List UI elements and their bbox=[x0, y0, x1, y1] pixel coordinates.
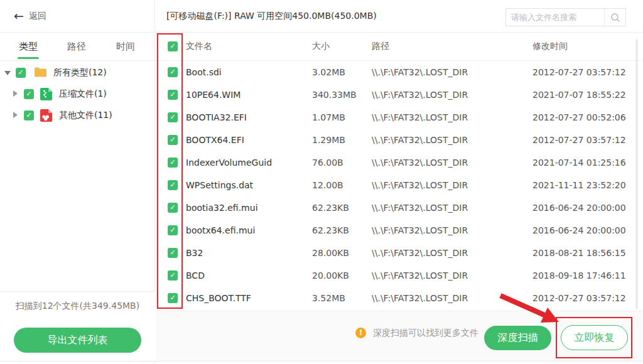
row-checkbox[interactable]: ✓ bbox=[168, 293, 178, 303]
file-name: BOOTX64.EFI bbox=[186, 135, 312, 145]
file-path: \\.\F:\FAT32\.LOST_DIR bbox=[372, 180, 532, 190]
bottom-divider bbox=[0, 361, 643, 361]
back-label: 返回 bbox=[29, 11, 46, 22]
row-checkbox[interactable]: ✓ bbox=[168, 90, 178, 100]
file-path: \\.\F:\FAT32\.LOST_DIR bbox=[372, 270, 532, 281]
search-button[interactable] bbox=[604, 9, 625, 26]
table-row[interactable]: ✓ BOOTX64.EFI 1.29MB \\.\F:\FAT32\.LOST_… bbox=[156, 129, 643, 151]
file-size: 3.52MB bbox=[312, 293, 372, 303]
caret-down-icon[interactable] bbox=[4, 71, 11, 75]
tree-item-other-files[interactable]: ✓ 其他文件(11) bbox=[0, 106, 155, 125]
file-modified: 2016-06-24 20:00:00 bbox=[532, 203, 638, 213]
table-row[interactable]: ✓ WPSettings.dat 12.00B \\.\F:\FAT32\.LO… bbox=[156, 174, 643, 196]
tree-item-archive-files[interactable]: ✓ 压缩文件(1) bbox=[0, 85, 155, 104]
table-row[interactable]: ✓ bootia32.efi.mui 62.23KB \\.\F:\FAT32\… bbox=[156, 196, 643, 219]
deep-scan-button[interactable]: 深度扫描 bbox=[484, 326, 551, 350]
row-checkbox[interactable]: ✓ bbox=[168, 248, 178, 258]
caret-right-icon[interactable] bbox=[13, 112, 18, 118]
table-row[interactable]: ✓ BOOTIA32.EFI 1.07MB \\.\F:\FAT32\.LOST… bbox=[156, 106, 643, 129]
tree-item-label: 其他文件(11) bbox=[59, 110, 112, 121]
back-arrow-icon: ← bbox=[14, 10, 24, 22]
row-checkbox[interactable]: ✓ bbox=[168, 158, 178, 168]
table-row[interactable]: ✓ IndexerVolumeGuid 76.00B \\.\F:\FAT32\… bbox=[156, 151, 643, 174]
file-path: \\.\F:\FAT32\.LOST_DIR bbox=[372, 293, 532, 303]
tree-checkbox[interactable]: ✓ bbox=[24, 89, 34, 99]
file-modified: 2012-07-27 03:57:12 bbox=[532, 293, 638, 303]
search-input[interactable] bbox=[506, 9, 604, 26]
data-recovery-app: ← 返回 类型 路径 时间 ✓ 所有类型(12) ✓ 压缩文件(1) bbox=[0, 0, 643, 364]
row-checkbox[interactable]: ✓ bbox=[168, 112, 178, 122]
file-path: \\.\F:\FAT32\.LOST_DIR bbox=[372, 248, 532, 258]
row-checkbox[interactable]: ✓ bbox=[168, 135, 178, 145]
row-checkbox[interactable]: ✓ bbox=[168, 180, 178, 190]
file-modified: 2012-07-27 03:57:12 bbox=[532, 67, 638, 77]
file-name: WPSettings.dat bbox=[186, 180, 312, 190]
search-box bbox=[505, 8, 626, 26]
file-size: 62.23KB bbox=[312, 203, 372, 213]
select-all-checkbox[interactable]: ✓ bbox=[168, 41, 178, 51]
file-name: bootx64.efi.mui bbox=[186, 225, 312, 235]
tree-checkbox[interactable]: ✓ bbox=[24, 110, 34, 120]
caret-right-icon[interactable] bbox=[13, 90, 18, 97]
file-modified: 2021-07-14 01:25:16 bbox=[532, 158, 638, 168]
tab-path[interactable]: 路径 bbox=[66, 33, 87, 60]
recover-now-button[interactable]: 立即恢复 bbox=[561, 325, 628, 350]
table-row[interactable]: ✓ bootx64.efi.mui 62.23KB \\.\F:\FAT32\.… bbox=[156, 219, 643, 242]
file-path: \\.\F:\FAT32\.LOST_DIR bbox=[372, 90, 532, 100]
file-path: \\.\F:\FAT32\.LOST_DIR bbox=[372, 67, 532, 77]
table-row[interactable]: ✓ Boot.sdi 3.02MB \\.\F:\FAT32\.LOST_DIR… bbox=[156, 61, 643, 83]
file-modified: 2012-07-27 00:52:06 bbox=[532, 112, 638, 122]
sidebar: ← 返回 类型 路径 时间 ✓ 所有类型(12) ✓ 压缩文件(1) bbox=[0, 0, 155, 364]
column-header-path[interactable]: 路径 bbox=[372, 41, 532, 52]
drive-title: [可移动磁盘(F:)] RAW 可用空间450.0MB(450.0MB) bbox=[166, 11, 377, 22]
sidebar-tabs: 类型 路径 时间 bbox=[0, 33, 155, 61]
row-checkbox[interactable]: ✓ bbox=[168, 203, 178, 213]
row-checkbox[interactable]: ✓ bbox=[168, 67, 178, 77]
file-name: BCD bbox=[186, 270, 312, 281]
file-name: IndexerVolumeGuid bbox=[186, 158, 312, 168]
file-size: 28.00KB bbox=[312, 248, 372, 258]
tree-item-label: 压缩文件(1) bbox=[59, 88, 107, 100]
file-size: 1.07MB bbox=[312, 112, 372, 122]
tab-type[interactable]: 类型 bbox=[18, 33, 39, 60]
title-bar: [可移动磁盘(F:)] RAW 可用空间450.0MB(450.0MB) bbox=[156, 0, 643, 33]
tree-checkbox[interactable]: ✓ bbox=[16, 68, 26, 78]
file-name: BOOTIA32.EFI bbox=[186, 112, 312, 122]
tree-item-all-types[interactable]: ✓ 所有类型(12) bbox=[0, 63, 155, 82]
file-path: \\.\F:\FAT32\.LOST_DIR bbox=[372, 158, 532, 168]
column-header-size[interactable]: 大小 bbox=[312, 41, 372, 52]
tree-item-label: 所有类型(12) bbox=[53, 67, 107, 78]
table-header: ✓ 文件名 大小 路径 修改时间 bbox=[156, 33, 643, 61]
file-size: 12.00B bbox=[312, 180, 372, 190]
table-row[interactable]: ✓ 10PE64.WIM 340.33MB \\.\F:\FAT32\.LOST… bbox=[156, 83, 643, 106]
file-modified: 2016-06-24 20:00:00 bbox=[532, 225, 638, 235]
file-name: bootia32.efi.mui bbox=[186, 203, 312, 213]
folder-icon bbox=[34, 67, 47, 80]
file-list: ✓ Boot.sdi 3.02MB \\.\F:\FAT32\.LOST_DIR… bbox=[156, 61, 643, 309]
row-checkbox[interactable]: ✓ bbox=[168, 270, 178, 281]
tab-time[interactable]: 时间 bbox=[115, 33, 136, 60]
table-scrollbar[interactable] bbox=[635, 39, 638, 309]
archive-file-icon bbox=[40, 88, 52, 103]
file-path: \\.\F:\FAT32\.LOST_DIR bbox=[372, 112, 532, 122]
row-checkbox[interactable]: ✓ bbox=[168, 225, 178, 235]
warning-icon: ! bbox=[355, 328, 366, 338]
file-modified: 2018-08-21 18:56:15 bbox=[532, 248, 638, 258]
sidebar-footer: 扫描到12个文件(共349.45MB) 导出文件列表 bbox=[0, 291, 155, 361]
back-button[interactable]: ← 返回 bbox=[0, 0, 155, 33]
table-row[interactable]: ✓ BCD 20.00KB \\.\F:\FAT32\.LOST_DIR 201… bbox=[156, 264, 643, 287]
table-row[interactable]: ✓ B32 28.00KB \\.\F:\FAT32\.LOST_DIR 201… bbox=[156, 242, 643, 264]
file-size: 20.00KB bbox=[312, 270, 372, 281]
table-row[interactable]: ✓ CHS_BOOT.TTF 3.52MB \\.\F:\FAT32\.LOST… bbox=[156, 287, 643, 309]
column-header-filename[interactable]: 文件名 bbox=[186, 41, 312, 52]
file-modified: 2018-09-18 17:46:11 bbox=[532, 270, 638, 281]
scan-summary: 扫描到12个文件(共349.45MB) bbox=[0, 301, 155, 312]
file-size: 62.23KB bbox=[312, 225, 372, 235]
search-icon bbox=[610, 13, 620, 23]
file-name: B32 bbox=[186, 248, 312, 258]
column-header-modified[interactable]: 修改时间 bbox=[532, 41, 638, 52]
file-size: 1.29MB bbox=[312, 135, 372, 145]
file-path: \\.\F:\FAT32\.LOST_DIR bbox=[372, 225, 532, 235]
export-file-list-button[interactable]: 导出文件列表 bbox=[14, 328, 141, 353]
file-name: Boot.sdi bbox=[186, 67, 312, 77]
